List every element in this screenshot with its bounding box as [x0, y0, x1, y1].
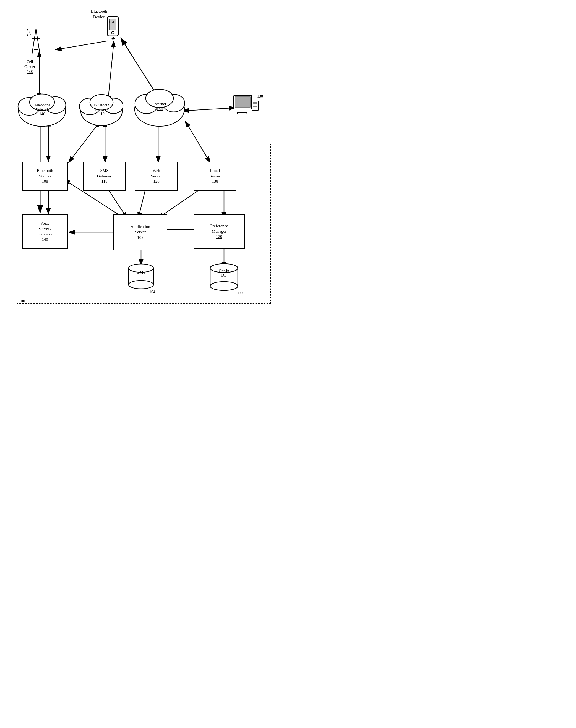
system-boundary-label: 100	[19, 299, 25, 304]
preference-manager-box: Preference Manager 120	[194, 214, 245, 249]
diagram-container: 100 Cell Carrier 148 ♣	[0, 0, 277, 348]
cell-carrier-label: Cell Carrier 148	[24, 59, 35, 74]
dms-cylinder: DMS	[124, 261, 157, 292]
telephone-network-cloud: Telephone Network 146	[17, 93, 68, 131]
bluetooth-network-cloud: Bluetooth Network 110	[79, 93, 124, 131]
svg-rect-36	[237, 113, 247, 114]
cell-carrier-icon	[26, 28, 46, 59]
internet-cloud: Internet 134	[133, 88, 186, 132]
svg-line-24	[32, 29, 36, 55]
bluetooth-station-box: Bluetooth Station 108	[22, 162, 68, 191]
svg-rect-34	[235, 97, 250, 107]
web-server-box: Web Server 126	[135, 162, 178, 191]
application-server-box: Application Server 102	[113, 214, 167, 250]
svg-line-12	[188, 108, 235, 111]
email-server-box: Email Server 138	[194, 162, 236, 191]
computer-icon	[232, 94, 260, 120]
computer-ref-label: 130	[257, 94, 263, 99]
svg-point-57	[128, 280, 153, 289]
opt-in-db-cylinder: Opt-In DB	[206, 261, 242, 293]
opt-in-db-ref-label: 122	[237, 291, 243, 296]
voice-server-box: Voice Server / Gateway 140	[22, 214, 68, 249]
sms-gateway-box: SMS Gateway 118	[83, 162, 126, 191]
svg-line-25	[36, 29, 40, 55]
bluetooth-device-label: Bluetooth Device 114	[82, 9, 116, 25]
svg-point-60	[210, 282, 238, 291]
svg-rect-35	[240, 109, 244, 113]
svg-line-4	[55, 41, 108, 50]
svg-text:♣: ♣	[111, 35, 115, 41]
dms-ref-label: 104	[149, 290, 155, 295]
